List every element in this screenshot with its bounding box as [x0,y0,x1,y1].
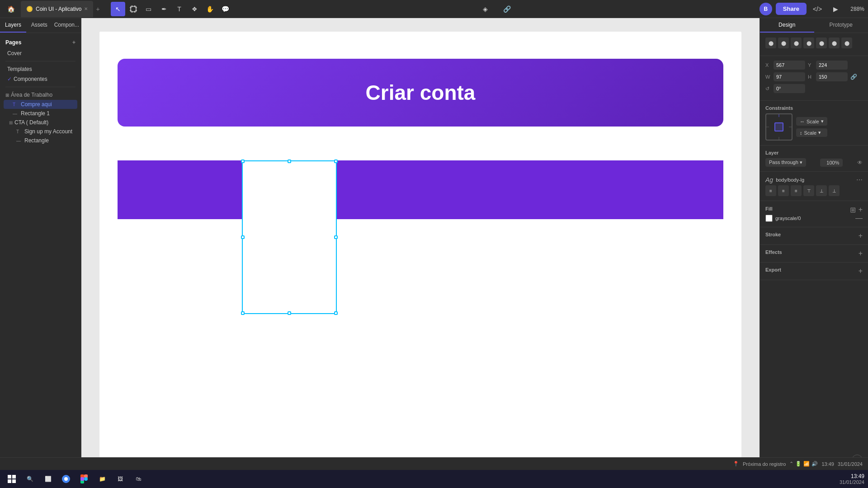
criar-conta-title: Criar conta [366,80,476,105]
text-align-row: ≡ ≡ ≡ ⊤ ⊥ ⊥ [765,185,863,196]
text-valign-middle-button[interactable]: ⊥ [816,185,827,196]
layer-cta-default[interactable]: ⊞ CTA ( Default) [4,118,77,127]
align-left-button[interactable]: ⬤ [765,38,776,48]
text-tool[interactable]: T [172,2,187,16]
align-middle-button[interactable]: ⬤ [816,38,827,48]
w-label: W [765,74,771,80]
handle-br[interactable] [334,311,338,315]
fill-picker-icon[interactable]: ◈ [478,2,492,16]
chrome-taskbar-button[interactable] [58,471,74,487]
handle-bl[interactable] [241,311,245,315]
comment-tool[interactable]: 💬 [218,2,233,16]
explorer-taskbar-button[interactable]: 📁 [94,471,110,487]
avatar[interactable]: B [760,3,772,15]
opacity-input[interactable] [820,159,843,167]
page-templates[interactable]: Templates [4,64,77,74]
page-componentes[interactable]: ✓ Componentes [4,74,77,84]
layers-header[interactable]: ⊞ Área de Trabalho [4,90,77,100]
text-valign-bottom-button[interactable]: ⊥ [829,185,840,196]
topbar-center: ◈ 🔗 [235,2,758,16]
align-center-h-button[interactable]: ⬤ [778,38,789,48]
store-taskbar-button[interactable]: 🛍 [130,471,146,487]
selected-rectangle[interactable] [242,160,337,314]
fill-color-row[interactable]: grayscale/0 — [765,214,863,222]
x-input[interactable] [774,61,805,70]
add-page-icon[interactable]: + [72,39,75,46]
handle-bc[interactable] [288,311,291,315]
text-align-right-button[interactable]: ≡ [791,185,802,196]
text-align-center-button[interactable]: ≡ [778,185,789,196]
y-input[interactable] [816,61,848,70]
frame-second-purple[interactable] [118,160,723,219]
fill-section: Fill ⊞ + grayscale/0 — [760,201,868,227]
tab-close-icon[interactable]: ✕ [84,6,88,11]
fill-color-swatch[interactable] [765,215,773,222]
link-icon[interactable]: 🔗 [500,2,514,16]
rotation-row: ↺ [765,84,863,93]
vertical-scale-button[interactable]: ↕ Scale ▾ [796,128,827,137]
tab-prototype[interactable]: Prototype [814,18,868,33]
effects-header-row: Effects + [765,249,863,258]
taskbar-date: 31/01/2024 [840,479,864,485]
code-view-button[interactable]: </> [810,2,825,16]
fill-multivalue-icon[interactable]: ⊞ [850,206,856,214]
layers-section: ⊞ Área de Trabalho T Compre aqui — Recta… [4,90,77,145]
text-valign-top-button[interactable]: ⊤ [803,185,814,196]
distribute-button[interactable]: ⬤ [841,38,852,48]
tab-components[interactable]: Compon... [52,18,81,33]
stroke-section: Stroke + [760,227,868,245]
handle-tc[interactable] [288,160,291,163]
handle-lc[interactable] [241,235,245,239]
pen-tool[interactable]: ✒ [157,2,171,16]
layer-compre-aqui[interactable]: T Compre aqui [4,100,77,109]
w-input[interactable] [774,72,805,81]
add-tab-button[interactable]: + [96,5,99,13]
align-right-button[interactable]: ⬤ [791,38,802,48]
play-button[interactable]: ▶ [828,2,843,16]
visibility-toggle[interactable]: 👁 [857,160,863,166]
layer-sign-up[interactable]: T Sign up my Account [4,127,77,136]
text-align-left-button[interactable]: ≡ [765,185,776,196]
share-button[interactable]: Share [776,3,807,15]
font-name: body/body-lg [776,177,854,183]
remove-fill-button[interactable]: — [855,214,863,222]
horizontal-scale-button[interactable]: ↔ Scale ▾ [796,117,827,126]
add-stroke-button[interactable]: + [859,232,863,240]
search-taskbar-button[interactable]: 🔍 [22,471,38,487]
page-cover[interactable]: Cover [4,48,77,58]
home-icon[interactable]: 🏠 [4,2,18,16]
tab-layers[interactable]: Layers [0,18,26,33]
component-tool[interactable]: ❖ [188,2,202,16]
add-effect-button[interactable]: + [859,249,863,258]
active-tab[interactable]: 🪙 Coin UI - Aplicativo ✕ [21,1,93,17]
photos-taskbar-button[interactable]: 🖼 [112,471,128,487]
frame-tool[interactable] [126,2,141,16]
rotation-input[interactable] [774,84,805,93]
handle-tl[interactable] [241,160,245,163]
move-tool[interactable]: ↖ [111,2,125,16]
align-top-button[interactable]: ⬤ [803,38,814,48]
hand-tool[interactable]: ✋ [203,2,217,16]
add-fill-button[interactable]: + [859,206,863,214]
canvas-area[interactable]: Criar conta [81,18,760,488]
layer-mode-dropdown[interactable]: Pass through ▾ [765,158,806,167]
windows-start-button[interactable] [4,471,20,487]
tab-assets[interactable]: Assets [26,18,52,33]
layer-rectangle-1[interactable]: — Rectangle 1 [4,109,77,118]
handle-rc[interactable] [334,235,338,239]
shape-tool[interactable]: ▭ [142,2,156,16]
figma-taskbar-button[interactable] [76,471,92,487]
taskview-button[interactable]: ⬜ [40,471,56,487]
tool-buttons: ↖ ▭ ✒ T ❖ ✋ 💬 [111,2,233,16]
add-export-button[interactable]: + [859,267,863,275]
tab-design[interactable]: Design [760,18,814,33]
export-section: Export + [760,263,868,280]
align-bottom-button[interactable]: ⬤ [829,38,840,48]
handle-tr[interactable] [334,160,338,163]
layer-rectangle[interactable]: — Rectangle [4,136,77,145]
lock-ratio-icon[interactable]: 🔗 [850,74,857,80]
h-input[interactable] [816,72,848,81]
frame-criar-conta[interactable]: Criar conta [118,59,723,127]
layer-controls: Pass through ▾ 👁 [765,158,863,167]
typography-more-icon[interactable]: ⋯ [856,176,863,183]
